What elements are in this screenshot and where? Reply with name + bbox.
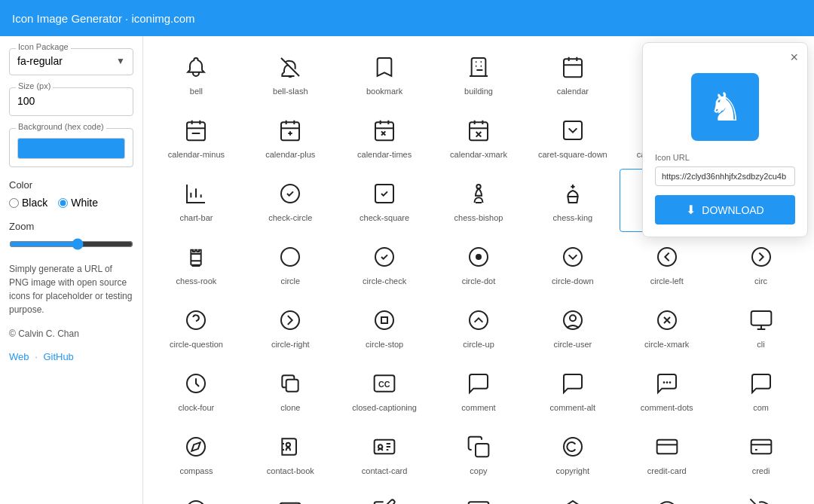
icon-cell-contact-book[interactable]: contact-book <box>243 422 338 485</box>
color-radio-group: Black White <box>9 197 133 209</box>
icon-cell-chess-rook[interactable]: chess-rook <box>149 232 243 295</box>
icon-label-circle-check: circle-check <box>363 276 406 286</box>
icon-cell-caret-square-down[interactable]: caret-square-down <box>525 105 620 169</box>
modal-url-label: Icon URL <box>655 153 795 162</box>
svg-point-22 <box>187 311 205 329</box>
cli-icon <box>746 305 776 335</box>
icon-cell-compass[interactable]: compass <box>149 422 243 485</box>
comment-alt-icon <box>558 368 588 399</box>
icon-label-circ: circ <box>754 276 767 286</box>
icon-package-select[interactable]: fa-regular fa-solid fa-brands bootstrap … <box>17 55 125 67</box>
icon-cell-eye[interactable]: eye <box>620 485 714 504</box>
icon-cell-circle-down[interactable]: circle-down <box>525 232 620 295</box>
icon-cell-bell[interactable]: bell <box>149 42 243 105</box>
icon-cell-copyright[interactable]: copyright <box>525 422 620 485</box>
icon-cell-calendar-plus[interactable]: calendar-plus <box>243 105 338 169</box>
icon-cell-eye-slash[interactable]: eye-slash <box>714 485 808 504</box>
icon-label-contact-card: contact-card <box>362 466 408 475</box>
icon-cell-closed-captioning[interactable]: CCclosed-captioning <box>338 359 432 422</box>
github-link[interactable]: GitHub <box>43 351 73 362</box>
icon-cell-circle-user[interactable]: circle-user <box>525 295 620 359</box>
icon-cell-circle-dot[interactable]: circle-dot <box>432 232 526 295</box>
icon-package-field: Icon Package fa-regular fa-solid fa-bran… <box>9 48 133 75</box>
icon-cell-circle[interactable]: circle <box>243 232 338 295</box>
icon-cell-calendar-xmark[interactable]: calendar-xmark <box>432 105 526 169</box>
clone-icon <box>275 368 305 399</box>
circle-xmark-icon <box>652 305 682 335</box>
icon-cell-circle-left[interactable]: circle-left <box>620 232 714 295</box>
icon-cell-id-card[interactable]: id-card <box>243 485 338 504</box>
circle-right-icon <box>275 305 305 335</box>
download-label: DOWNLOAD <box>702 204 764 216</box>
credit-card-icon <box>652 432 682 462</box>
icon-cell-contact-card[interactable]: contact-card <box>338 422 432 485</box>
icon-cell-credit-card[interactable]: credit-card <box>620 422 714 485</box>
icon-cell-check-square[interactable]: check-square <box>338 169 432 232</box>
color-black-radio[interactable] <box>9 198 19 208</box>
icon-cell-com[interactable]: com <box>714 359 808 422</box>
icon-cell-chart-bar[interactable]: chart-bar <box>149 169 243 232</box>
icon-cell-building[interactable]: building <box>432 42 526 105</box>
size-input[interactable] <box>17 95 125 107</box>
icon-cell-circle-up[interactable]: circle-up <box>432 295 526 359</box>
icon-cell-copy[interactable]: copy <box>432 422 526 485</box>
color-swatch[interactable] <box>17 138 125 159</box>
modal-url-input[interactable] <box>655 166 795 186</box>
icon-cell-comment[interactable]: comment <box>432 359 526 422</box>
icon-label-circle-stop: circle-stop <box>366 340 403 349</box>
svg-point-36 <box>666 381 668 383</box>
icon-cell-circ[interactable]: circ <box>714 232 808 295</box>
web-link[interactable]: Web <box>9 351 29 362</box>
icon-cell-circle-right[interactable]: circle-right <box>243 295 338 359</box>
calendar-minus-icon <box>181 115 211 145</box>
icon-label-bell: bell <box>190 87 203 96</box>
icon-cell-cli[interactable]: cli <box>714 295 808 359</box>
icon-cell-chess-bishop[interactable]: chess-bishop <box>432 169 526 232</box>
icon-cell-bookmark[interactable]: bookmark <box>338 42 432 105</box>
svg-point-20 <box>658 248 676 266</box>
calendar-plus-icon <box>275 115 305 145</box>
icon-cell-circle-xmark[interactable]: circle-xmark <box>620 295 714 359</box>
links-section: Web · GitHub <box>9 351 133 362</box>
svg-rect-8 <box>564 121 582 139</box>
color-white-option[interactable]: White <box>58 197 98 209</box>
icon-cell-comment-dots[interactable]: comment-dots <box>620 359 714 422</box>
zoom-section: Zoom <box>9 221 133 250</box>
icon-label-calendar: calendar <box>557 87 589 96</box>
icon-cell-circle-dot2[interactable]: circle-dot2 <box>149 485 243 504</box>
icon-cell-envelope-open[interactable]: envelope-open <box>525 485 620 504</box>
icon-cell-comment-alt[interactable]: comment-alt <box>525 359 620 422</box>
copyright-icon <box>558 432 588 462</box>
zoom-slider[interactable] <box>9 238 133 250</box>
icon-cell-circle-check[interactable]: circle-check <box>338 232 432 295</box>
check-square-icon <box>369 179 399 209</box>
icon-cell-calendar-minus[interactable]: calendar-minus <box>149 105 243 169</box>
icon-label-comment-dots: comment-dots <box>641 403 693 412</box>
modal-download-button[interactable]: ⬇ DOWNLOAD <box>655 195 795 225</box>
icon-label-chess-king: chess-king <box>553 213 593 222</box>
icon-cell-calendar-times[interactable]: calendar-times <box>338 105 432 169</box>
icon-label-bookmark: bookmark <box>366 87 402 96</box>
icon-label-caret-square-down: caret-square-down <box>538 150 607 159</box>
icon-cell-edit[interactable]: edit <box>338 485 432 504</box>
calendar-xmark-icon <box>464 115 494 145</box>
color-black-option[interactable]: Black <box>9 197 47 209</box>
icon-label-circle-down: circle-down <box>552 276 594 286</box>
icon-label-chart-bar: chart-bar <box>179 213 213 222</box>
color-white-radio[interactable] <box>58 198 68 208</box>
icon-cell-clone[interactable]: clone <box>243 359 338 422</box>
icon-cell-bell-slash[interactable]: bell-slash <box>243 42 338 105</box>
id-card-icon <box>275 495 305 504</box>
icon-cell-calendar[interactable]: calendar <box>525 42 620 105</box>
icon-cell-envelope[interactable]: envelope <box>432 485 526 504</box>
icon-cell-circle-stop[interactable]: circle-stop <box>338 295 432 359</box>
icon-label-copyright: copyright <box>556 466 590 475</box>
icon-cell-clock-four[interactable]: clock-four <box>149 359 243 422</box>
icon-cell-chess-king[interactable]: chess-king <box>525 169 620 232</box>
icon-cell-credi[interactable]: credi <box>714 422 808 485</box>
svg-rect-30 <box>751 311 771 325</box>
icon-cell-check-circle[interactable]: check-circle <box>243 169 338 232</box>
modal-close-button[interactable]: × <box>790 50 798 64</box>
icon-label-chess-rook: chess-rook <box>176 276 217 286</box>
icon-cell-circle-question[interactable]: circle-question <box>149 295 243 359</box>
